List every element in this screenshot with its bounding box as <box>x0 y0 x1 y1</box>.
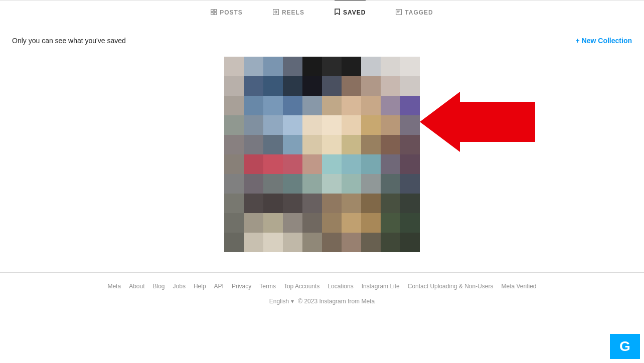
footer-link-top-accounts[interactable]: Top Accounts <box>284 283 319 290</box>
main-content: Only you can see what you've saved + New… <box>0 37 644 252</box>
chevron-down-icon: ▾ <box>291 298 294 305</box>
tab-saved[interactable]: SAVED <box>335 0 366 25</box>
svg-rect-106 <box>400 233 420 252</box>
svg-rect-26 <box>400 76 420 96</box>
svg-rect-17 <box>224 76 244 96</box>
svg-rect-58 <box>244 154 263 174</box>
svg-rect-8 <box>244 57 263 76</box>
svg-rect-61 <box>302 154 322 174</box>
tab-posts[interactable]: POSTS <box>211 0 243 25</box>
svg-rect-25 <box>381 76 400 96</box>
svg-rect-7 <box>224 57 244 76</box>
svg-rect-47 <box>224 135 244 154</box>
svg-rect-60 <box>283 154 302 174</box>
svg-rect-85 <box>381 194 400 213</box>
new-collection-button[interactable]: + New Collection <box>576 37 632 45</box>
red-arrow-container <box>420 92 535 152</box>
svg-rect-82 <box>322 194 342 213</box>
svg-rect-32 <box>322 96 342 115</box>
svg-rect-70 <box>283 174 302 194</box>
footer-link-locations[interactable]: Locations <box>328 283 353 290</box>
svg-rect-80 <box>283 194 302 213</box>
svg-rect-87 <box>224 213 244 233</box>
footer-link-terms[interactable]: Terms <box>259 283 276 290</box>
svg-rect-62 <box>322 154 342 174</box>
tab-navigation: POSTS REELS SAVED TAGGED <box>0 0 644 25</box>
svg-rect-21 <box>302 76 322 96</box>
svg-rect-9 <box>263 57 283 76</box>
tab-tagged[interactable]: TAGGED <box>396 0 433 25</box>
footer-link-help[interactable]: Help <box>194 283 206 290</box>
footer-link-jobs[interactable]: Jobs <box>173 283 186 290</box>
svg-rect-64 <box>361 154 381 174</box>
footer-link-api[interactable]: API <box>214 283 224 290</box>
svg-rect-102 <box>322 233 342 252</box>
svg-rect-29 <box>263 96 283 115</box>
svg-rect-54 <box>361 135 381 154</box>
svg-rect-104 <box>361 233 381 252</box>
tab-reels-label: REELS <box>282 9 304 16</box>
svg-rect-28 <box>244 96 263 115</box>
footer-link-blog[interactable]: Blog <box>153 283 165 290</box>
svg-rect-57 <box>224 154 244 174</box>
svg-rect-4 <box>273 10 278 15</box>
tab-tagged-label: TAGGED <box>405 9 433 16</box>
svg-rect-59 <box>263 154 283 174</box>
svg-rect-12 <box>322 57 342 76</box>
svg-rect-22 <box>322 76 342 96</box>
svg-rect-98 <box>244 233 263 252</box>
svg-rect-10 <box>283 57 302 76</box>
svg-rect-23 <box>342 76 361 96</box>
footer-bottom: English ▾ © 2023 Instagram from Meta <box>12 298 632 305</box>
svg-rect-68 <box>244 174 263 194</box>
svg-rect-48 <box>244 135 263 154</box>
svg-rect-30 <box>283 96 302 115</box>
svg-rect-103 <box>342 233 361 252</box>
saved-notice: Only you can see what you've saved <box>12 37 126 45</box>
svg-rect-78 <box>244 194 263 213</box>
svg-rect-88 <box>244 213 263 233</box>
svg-rect-86 <box>400 194 420 213</box>
posts-icon <box>211 9 217 17</box>
svg-rect-46 <box>400 115 420 135</box>
svg-rect-1 <box>214 10 217 12</box>
svg-rect-89 <box>263 213 283 233</box>
red-arrow <box>420 92 535 152</box>
svg-rect-41 <box>302 115 322 135</box>
svg-rect-37 <box>224 115 244 135</box>
footer-link-instagram-lite[interactable]: Instagram Lite <box>362 283 400 290</box>
footer-link-privacy[interactable]: Privacy <box>232 283 251 290</box>
svg-rect-77 <box>224 194 244 213</box>
svg-rect-105 <box>381 233 400 252</box>
svg-rect-45 <box>381 115 400 135</box>
svg-rect-55 <box>381 135 400 154</box>
svg-rect-91 <box>302 213 322 233</box>
svg-rect-90 <box>283 213 302 233</box>
saved-icon <box>335 9 340 17</box>
svg-rect-72 <box>322 174 342 194</box>
svg-rect-99 <box>263 233 283 252</box>
svg-rect-49 <box>263 135 283 154</box>
svg-rect-50 <box>283 135 302 154</box>
language-selector[interactable]: English ▾ <box>269 298 294 305</box>
svg-rect-97 <box>224 233 244 252</box>
footer-link-meta-verified[interactable]: Meta Verified <box>502 283 537 290</box>
footer-link-about[interactable]: About <box>129 283 144 290</box>
svg-rect-69 <box>263 174 283 194</box>
svg-marker-107 <box>420 92 535 152</box>
svg-rect-79 <box>263 194 283 213</box>
svg-rect-42 <box>322 115 342 135</box>
svg-rect-3 <box>214 13 217 15</box>
svg-rect-13 <box>342 57 361 76</box>
svg-rect-14 <box>361 57 381 76</box>
footer-link-meta[interactable]: Meta <box>107 283 121 290</box>
svg-rect-101 <box>302 233 322 252</box>
svg-rect-73 <box>342 174 361 194</box>
svg-rect-24 <box>361 76 381 96</box>
svg-rect-93 <box>342 213 361 233</box>
svg-rect-38 <box>244 115 263 135</box>
tab-saved-label: SAVED <box>343 9 366 16</box>
footer-link-contact[interactable]: Contact Uploading & Non-Users <box>408 283 494 290</box>
tab-reels[interactable]: REELS <box>273 0 304 25</box>
svg-rect-56 <box>400 135 420 154</box>
